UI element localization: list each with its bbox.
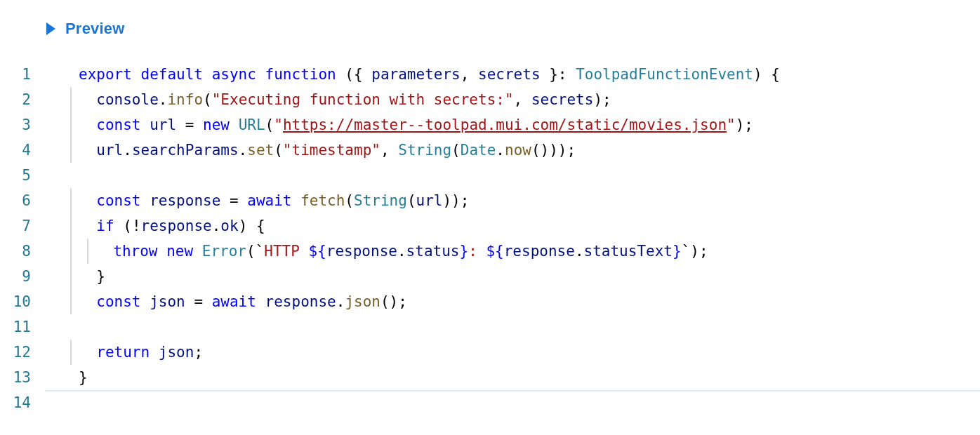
line-number: 12 — [0, 340, 45, 365]
line-number: 9 — [0, 264, 45, 289]
line-number: 5 — [0, 163, 45, 188]
line-number: 4 — [0, 138, 45, 163]
line-number: 13 — [0, 365, 45, 390]
line-number: 3 — [0, 112, 45, 138]
code-line: 5 — [0, 163, 980, 188]
code-line: 4 url.searchParams.set("timestamp", Stri… — [0, 138, 980, 163]
code-line: 6 const response = await fetch(String(ur… — [0, 188, 980, 213]
code-line: 9 } — [0, 264, 980, 289]
line-number: 7 — [0, 213, 45, 239]
line-number: 8 — [0, 239, 45, 264]
code-line: 13 } — [0, 365, 980, 390]
preview-label: Preview — [65, 20, 125, 38]
preview-toggle[interactable]: Preview — [0, 0, 980, 51]
line-number: 11 — [0, 314, 45, 340]
code-line: 11 — [0, 314, 980, 340]
code-line: 1 export default async function ({ param… — [0, 62, 980, 87]
code-line: 12 return json; — [0, 340, 980, 365]
url-link[interactable]: https://master--toolpad.mui.com/static/m… — [283, 112, 727, 138]
line-number: 10 — [0, 289, 45, 314]
line-number: 14 — [0, 390, 45, 415]
code-editor[interactable]: 1 export default async function ({ param… — [0, 51, 980, 415]
line-number: 2 — [0, 87, 45, 112]
code-line: 14 — [0, 390, 980, 415]
code-line: 2 console.info("Executing function with … — [0, 87, 980, 112]
play-icon — [46, 22, 55, 35]
code-line: 8 throw new Error(`HTTP ${response.statu… — [0, 239, 980, 264]
code-line: 10 const json = await response.json(); — [0, 289, 980, 314]
line-number: 6 — [0, 188, 45, 213]
line-number: 1 — [0, 62, 45, 87]
code-line: 7 if (!response.ok) { — [0, 213, 980, 239]
code-line: 3 const url = new URL("https://master--t… — [0, 112, 980, 138]
